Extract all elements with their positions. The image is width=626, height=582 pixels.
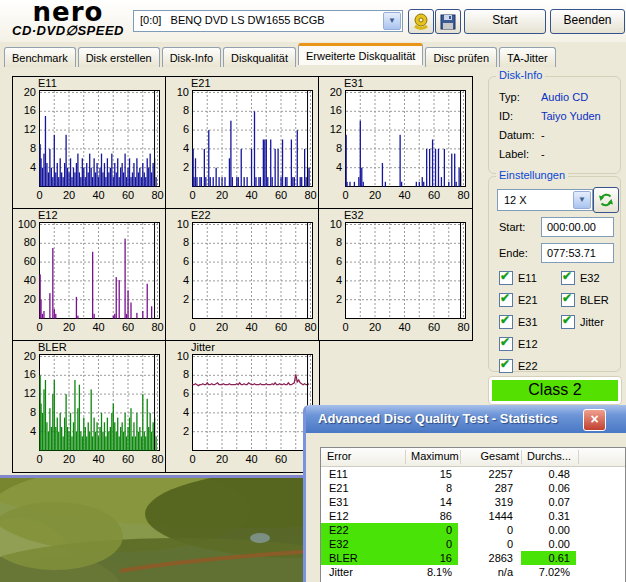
checkbox-label: BLER [580, 294, 609, 306]
checkbox-label: E12 [518, 338, 538, 350]
end-time-label: Ende: [499, 247, 528, 259]
error-name-cell: E12 [321, 509, 409, 523]
drive-select-dropdown[interactable]: [0:0] BENQ DVD LS DW1655 BCGB ▼ [133, 10, 403, 32]
chevron-down-icon[interactable]: ▼ [573, 191, 591, 209]
checkbox-label: Jitter [580, 316, 604, 328]
checkbox-bler[interactable]: ✔BLER [561, 293, 609, 307]
statistics-table-header: ErrorMaximumGesamtDurchs... [321, 448, 625, 467]
disk-info-row: Label:- [499, 148, 545, 160]
error-name-cell: E22 [321, 523, 409, 537]
table-row[interactable]: E128614440.31 [321, 509, 625, 523]
speed-select-dropdown[interactable]: 12 X ▼ [497, 189, 593, 211]
value-cell: 16 [405, 551, 458, 565]
tab-disc-pr-fen[interactable]: Disc prüfen [425, 47, 497, 67]
disk-info-title: Disk-Info [496, 69, 545, 81]
start-time-field[interactable]: 000:00.00 [541, 217, 614, 237]
table-row[interactable]: Jitter8.1%n/a7.02% [321, 565, 625, 579]
speed-select-value: 12 X [504, 194, 527, 206]
disk-info-groupbox: Disk-Info Typ:Audio CDID:Taiyo YudenDatu… [488, 76, 621, 174]
disk-info-row: ID:Taiyo Yuden [499, 110, 601, 122]
checkbox-e12[interactable]: ✔E12 [499, 337, 538, 351]
error-name-cell: BLER [321, 551, 409, 565]
checkbox-e21[interactable]: ✔E21 [499, 293, 538, 307]
y-axis-tick-label: 8 [13, 406, 36, 418]
y-axis-tick-label: 10 [166, 218, 189, 230]
y-axis-tick-label: 6 [319, 255, 342, 267]
table-row[interactable]: E32000.00 [321, 537, 625, 551]
y-axis-tick-label: 4 [13, 425, 36, 437]
quality-class-box: Class 2 [488, 376, 622, 405]
tab-bar: BenchmarkDisk erstellenDisk-InfoDiskqual… [4, 45, 624, 70]
y-axis-tick-label: 2 [319, 293, 342, 305]
chevron-down-icon[interactable]: ▼ [383, 12, 401, 30]
tab-disk-info[interactable]: Disk-Info [162, 47, 221, 67]
checkbox-e32[interactable]: ✔E32 [561, 271, 600, 285]
refresh-button[interactable] [593, 187, 619, 213]
checkbox-box[interactable]: ✔ [561, 293, 575, 307]
x-axis-tick-label: 20 [60, 189, 78, 201]
x-axis-tick-label: 80 [149, 189, 167, 201]
value-cell: 0 [460, 523, 519, 537]
value-cell: 7.02% [521, 565, 576, 579]
settings-title: Einstellungen [496, 169, 568, 181]
table-row[interactable]: E22000.00 [321, 523, 625, 537]
error-name-cell: E31 [321, 495, 409, 509]
check-icon: ✔ [500, 269, 510, 283]
table-row[interactable]: E111522570.48 [321, 467, 625, 481]
save-button[interactable] [435, 9, 461, 34]
value-cell: 0.31 [521, 509, 576, 523]
checkbox-box[interactable]: ✔ [561, 315, 575, 329]
tab-ta-jitter[interactable]: TA-Jitter [499, 47, 556, 67]
checkbox-e22[interactable]: ✔E22 [499, 359, 538, 373]
y-axis-tick-label: 16 [13, 104, 36, 116]
checkbox-e31[interactable]: ✔E31 [499, 315, 538, 329]
y-axis-tick-label: 2 [166, 425, 189, 437]
table-row[interactable]: BLER1628630.61 [321, 551, 625, 565]
y-axis-tick-label: 6 [166, 387, 189, 399]
value-cell: 0.61 [521, 551, 576, 565]
table-row[interactable]: E2182870.06 [321, 481, 625, 495]
checkbox-box[interactable]: ✔ [499, 271, 513, 285]
chart-e21-plot [192, 90, 313, 187]
chart-jitter-plot [192, 354, 313, 451]
value-cell: 0.48 [521, 467, 576, 481]
tab-diskqualit-t[interactable]: Diskqualität [223, 47, 296, 67]
value-cell: 287 [460, 481, 519, 495]
statistics-dialog-title: Advanced Disc Quality Test - Statistics [318, 411, 558, 426]
start-button[interactable]: Start [464, 9, 546, 34]
checkbox-box[interactable]: ✔ [499, 359, 513, 373]
value-cell: 8 [405, 481, 458, 495]
x-axis-tick-label: 60 [119, 189, 137, 201]
statistics-dialog-titlebar[interactable]: Advanced Disc Quality Test - Statistics [306, 405, 626, 433]
check-icon: ✔ [500, 313, 510, 327]
chart-title: E21 [191, 77, 211, 89]
eject-disc-button[interactable] [408, 9, 434, 34]
y-axis-tick-label: 12 [13, 123, 36, 135]
checkbox-box[interactable]: ✔ [499, 337, 513, 351]
value-cell: 0.00 [521, 523, 576, 537]
value-cell: 8.1% [405, 565, 458, 579]
checkbox-jitter[interactable]: ✔Jitter [561, 315, 604, 329]
y-axis-tick-label: 16 [319, 104, 342, 116]
table-row[interactable]: E31143190.07 [321, 495, 625, 509]
tab-disk-erstellen[interactable]: Disk erstellen [78, 47, 160, 67]
chart-e11: E1120161284020406080 [12, 76, 167, 209]
y-axis-tick-label: 20 [13, 293, 36, 305]
check-icon: ✔ [562, 291, 572, 305]
chart-e21: E21108642020406080 [165, 76, 320, 209]
checkbox-box[interactable]: ✔ [561, 271, 575, 285]
value-cell: 2863 [460, 551, 519, 565]
close-button[interactable]: × [583, 409, 606, 431]
tab-benchmark[interactable]: Benchmark [4, 47, 76, 67]
y-axis-tick-label: 20 [13, 86, 36, 98]
y-axis-tick-label: 8 [319, 142, 342, 154]
end-time-field[interactable]: 077:53.71 [541, 243, 614, 263]
error-name-cell: E11 [321, 467, 409, 481]
drive-select-value: [0:0] BENQ DVD LS DW1655 BCGB [140, 14, 325, 26]
checkbox-e11[interactable]: ✔E11 [499, 271, 537, 285]
quit-button[interactable]: Beenden [550, 9, 625, 34]
checkbox-box[interactable]: ✔ [499, 293, 513, 307]
y-axis-tick-label: 8 [166, 104, 189, 116]
checkbox-box[interactable]: ✔ [499, 315, 513, 329]
tab-erweiterte-diskqualit-t[interactable]: Erweiterte Diskqualität [298, 43, 423, 65]
